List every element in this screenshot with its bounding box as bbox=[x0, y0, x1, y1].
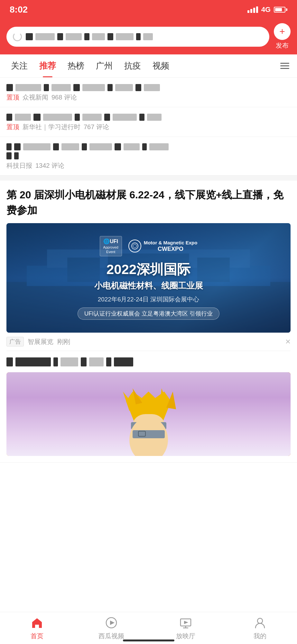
home-icon bbox=[30, 616, 44, 630]
svg-rect-12 bbox=[133, 430, 165, 438]
news-comments-3: 1342 评论 bbox=[35, 161, 64, 170]
svg-marker-10 bbox=[166, 392, 176, 409]
nav-home-label: 首页 bbox=[31, 632, 43, 640]
publish-button[interactable]: + 发布 bbox=[274, 23, 291, 50]
search-placeholder bbox=[26, 33, 263, 40]
advertiser-name: 智展展览 bbox=[28, 337, 53, 346]
news-item-1[interactable]: 置顶 众视新闻 968 评论 bbox=[0, 78, 297, 107]
pinned-tag-1: 置顶 bbox=[6, 93, 19, 102]
search-box[interactable] bbox=[6, 27, 269, 47]
nav-cinema-label: 放映厅 bbox=[176, 632, 195, 640]
section-divider bbox=[0, 175, 297, 181]
article-title: 第 20 届深圳小电机磁材展 6.22-24，线下展览+线上直播，免费参加 bbox=[6, 187, 291, 218]
ad-article[interactable]: 第 20 届深圳小电机磁材展 6.22-24，线下展览+线上直播，免费参加 🌐U… bbox=[0, 181, 297, 351]
network-label: 4G bbox=[261, 5, 271, 14]
bottom-nav: 首页 西瓜视频 放映厅 我的 bbox=[0, 612, 297, 644]
battery-icon bbox=[274, 7, 287, 13]
screen-icon bbox=[179, 616, 193, 630]
status-bar: 8:02 4G bbox=[0, 0, 297, 19]
svg-marker-15 bbox=[110, 620, 115, 625]
news-source-3: 科技日报 bbox=[6, 161, 32, 170]
close-button[interactable]: × bbox=[285, 336, 291, 347]
status-time: 8:02 bbox=[10, 5, 28, 15]
person-icon bbox=[253, 616, 267, 630]
expo-badge: UFI认证行业权威展会 立足粤港澳大湾区 引领行业 bbox=[78, 308, 219, 320]
video-play-icon bbox=[104, 616, 118, 630]
search-area: + 发布 bbox=[0, 19, 297, 54]
news-item-3[interactable]: 科技日报 1342 评论 bbox=[0, 137, 297, 175]
news-meta-3: 科技日报 1342 评论 bbox=[6, 161, 291, 170]
news-source-1: 众视新闻 bbox=[23, 93, 48, 102]
nav-profile-label: 我的 bbox=[254, 632, 266, 640]
tab-follow[interactable]: 关注 bbox=[5, 54, 33, 77]
status-icons: 4G bbox=[247, 5, 287, 14]
article-footer: 广告 智展展览 刚刚 × bbox=[6, 333, 291, 351]
pinned-tag-2: 置顶 bbox=[6, 123, 19, 131]
news-item-4[interactable]: 卍 bbox=[0, 351, 297, 463]
tab-trending[interactable]: 热榜 bbox=[62, 54, 90, 77]
tab-guangzhou[interactable]: 广州 bbox=[90, 54, 118, 77]
nav-home[interactable]: 首页 bbox=[0, 612, 74, 644]
expo-main-title: 2022深圳国际 bbox=[107, 261, 190, 278]
news-source-2: 新华社｜学习进行时 bbox=[23, 123, 80, 131]
svg-marker-9 bbox=[160, 388, 168, 404]
signal-icon bbox=[247, 6, 258, 13]
ad-tag: 广告 bbox=[6, 337, 24, 346]
expo-subtitle: 小电机磁性材料、线圈工业展 bbox=[94, 280, 203, 291]
home-indicator bbox=[123, 639, 174, 641]
news-item-2[interactable]: 置顶 新华社｜学习进行时 767 评论 bbox=[0, 107, 297, 137]
expo-date: 2022年6月22-24日 深圳国际会展中心 bbox=[98, 295, 200, 304]
tab-video[interactable]: 视频 bbox=[147, 54, 175, 77]
nav-xigua-label: 西瓜视频 bbox=[98, 632, 124, 640]
nav-more-button[interactable] bbox=[278, 60, 292, 71]
svg-marker-19 bbox=[184, 621, 188, 624]
svg-point-20 bbox=[257, 618, 263, 623]
svg-point-6 bbox=[132, 243, 138, 249]
tab-epidemic[interactable]: 抗疫 bbox=[118, 54, 147, 77]
news-meta-2: 置顶 新华社｜学习进行时 767 评论 bbox=[6, 123, 291, 131]
nav-profile[interactable]: 我的 bbox=[223, 612, 297, 644]
article-image: 🌐UFI ApprovedEvent Motor & Magnetic Expo bbox=[6, 223, 291, 333]
article-time: 刚刚 bbox=[57, 337, 70, 346]
loading-spinner bbox=[13, 32, 22, 41]
expo-content: 🌐UFI ApprovedEvent Motor & Magnetic Expo bbox=[6, 223, 291, 333]
nav-tabs: 关注 推荐 热榜 广州 抗疫 视频 bbox=[0, 54, 297, 78]
news-comments-2: 767 评论 bbox=[84, 123, 109, 131]
tab-recommend[interactable]: 推荐 bbox=[33, 54, 62, 77]
svg-marker-8 bbox=[133, 388, 142, 404]
article-thumbnail: 卍 bbox=[6, 372, 291, 456]
news-comments-1: 968 评论 bbox=[51, 93, 77, 102]
news-feed: 置顶 众视新闻 968 评论 置顶 新华社｜学习进行时 767 评论 bbox=[0, 78, 297, 463]
news-meta-1: 置顶 众视新闻 968 评论 bbox=[6, 93, 291, 102]
